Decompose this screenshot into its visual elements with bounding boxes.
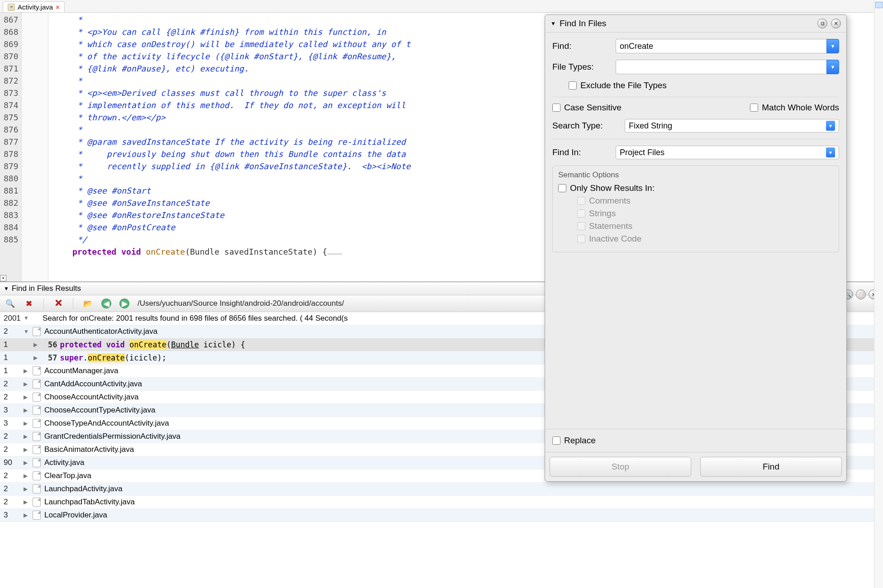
semantic-title: Semantic Options (558, 171, 833, 180)
find-button[interactable]: Find (700, 457, 842, 477)
fold-handle-icon[interactable]: ▾ (0, 275, 6, 281)
collapse-icon[interactable]: ▼ (4, 285, 9, 292)
dialog-title: Find In Files (560, 19, 814, 28)
file-icon (33, 471, 41, 480)
chevron-down-icon: ▼ (826, 121, 835, 131)
comments-checkbox[interactable]: Comments (577, 196, 833, 206)
result-row[interactable]: 2▶LaunchpadTabActivity.java (0, 496, 883, 509)
expand-icon[interactable]: ▶ (24, 365, 31, 376)
results-title: Find in Files Results (12, 284, 81, 293)
expand-icon[interactable]: ▶ (24, 405, 31, 416)
fold-gutter (21, 13, 48, 281)
filetypes-label: File Types: (552, 62, 611, 72)
expand-icon[interactable]: ▶ (24, 510, 31, 521)
inactive-code-checkbox[interactable]: Inactive Code (577, 234, 833, 244)
file-icon (33, 511, 41, 520)
statements-checkbox[interactable]: Statements (577, 221, 833, 231)
file-icon (33, 445, 41, 454)
overview-ruler[interactable] (874, 0, 883, 588)
findin-label: Find In: (552, 147, 611, 157)
expand-icon[interactable]: ▼ (24, 313, 31, 323)
restore-icon[interactable]: ⧉ (817, 19, 827, 28)
filetypes-dropdown[interactable]: ▼ (826, 60, 839, 74)
binoculars-icon[interactable]: 🔍 (5, 298, 15, 309)
expand-icon[interactable]: ▼ (24, 326, 31, 337)
expand-icon[interactable]: ▶ (24, 392, 31, 403)
open-file-icon[interactable]: 📂 (82, 298, 93, 309)
expand-icon[interactable]: ▶ (33, 339, 41, 350)
file-icon (33, 498, 41, 507)
summary-count: 2001 (4, 313, 24, 324)
expand-icon[interactable]: ▶ (24, 431, 31, 442)
close-icon[interactable]: × (56, 3, 60, 11)
expand-icon[interactable]: ▶ (24, 379, 31, 389)
prev-result-icon[interactable]: ◀ (101, 299, 111, 308)
next-result-icon[interactable]: ▶ (119, 299, 129, 308)
expand-icon[interactable]: ▶ (24, 497, 31, 507)
results-window-controls: 🔍 ⬜ ✕ (843, 289, 878, 299)
file-icon (33, 484, 41, 493)
clear-results-icon[interactable]: 🗙 (53, 298, 64, 309)
file-icon (33, 458, 41, 467)
tab-filename: Activity.java (18, 3, 53, 11)
java-file-icon: ☕ (8, 4, 15, 11)
find-history-dropdown[interactable]: ▼ (826, 39, 839, 53)
file-icon (33, 379, 41, 389)
expand-icon[interactable]: ▶ (33, 352, 41, 363)
file-icon (33, 327, 41, 336)
file-icon (33, 406, 41, 415)
case-sensitive-checkbox[interactable]: Case Sensitive (552, 103, 622, 113)
expand-icon[interactable]: ▶ (24, 418, 31, 429)
current-path: /Users/yuchuan/Source Insight/android-20… (138, 299, 344, 308)
tab-bar: ☕ Activity.java × (0, 0, 883, 13)
semantic-options-group: Semantic Options Only Show Results In: C… (552, 166, 839, 252)
expand-icon[interactable]: ▶ (24, 484, 31, 494)
exclude-filetypes-checkbox[interactable]: Exclude the File Types (569, 81, 667, 90)
chevron-down-icon: ▼ (826, 147, 835, 157)
find-input[interactable] (616, 39, 826, 53)
close-icon[interactable]: ✕ (831, 19, 841, 28)
file-icon (33, 366, 41, 375)
stop-button[interactable]: Stop (550, 457, 691, 477)
only-show-results-checkbox[interactable]: Only Show Results In: (558, 183, 833, 193)
file-icon (33, 419, 41, 428)
collapse-icon[interactable]: ▼ (551, 20, 556, 27)
file-icon (33, 393, 41, 402)
whole-words-checkbox[interactable]: Match Whole Words (750, 103, 839, 113)
result-row[interactable]: 2▶LaunchpadActivity.java (0, 483, 883, 496)
line-gutter: 8678688698708718728738748758768778788798… (0, 13, 21, 281)
filetypes-input[interactable] (616, 60, 826, 74)
file-tab[interactable]: ☕ Activity.java × (3, 1, 65, 12)
maximize-icon[interactable]: ⬜ (856, 289, 866, 299)
searchtype-label: Search Type: (552, 121, 620, 131)
find-in-files-dialog: ▼ Find In Files ⧉ ✕ Find: ▼ File Types: … (545, 14, 847, 482)
find-label: Find: (552, 41, 611, 51)
expand-icon[interactable]: ▶ (24, 444, 31, 455)
ruler-marker[interactable] (875, 2, 883, 8)
findin-select[interactable]: Project Files ▼ (616, 146, 839, 159)
expand-icon[interactable]: ▶ (24, 457, 31, 468)
expand-icon[interactable]: ▶ (24, 470, 31, 481)
replace-checkbox[interactable]: Replace (552, 436, 839, 446)
dialog-titlebar[interactable]: ▼ Find In Files ⧉ ✕ (545, 15, 846, 33)
result-row[interactable]: 3▶LocalProvider.java (0, 509, 883, 522)
file-icon (33, 432, 41, 441)
searchtype-select[interactable]: Fixed String ▼ (625, 119, 839, 133)
delete-icon[interactable]: ✖ (24, 298, 34, 309)
strings-checkbox[interactable]: Strings (577, 209, 833, 218)
